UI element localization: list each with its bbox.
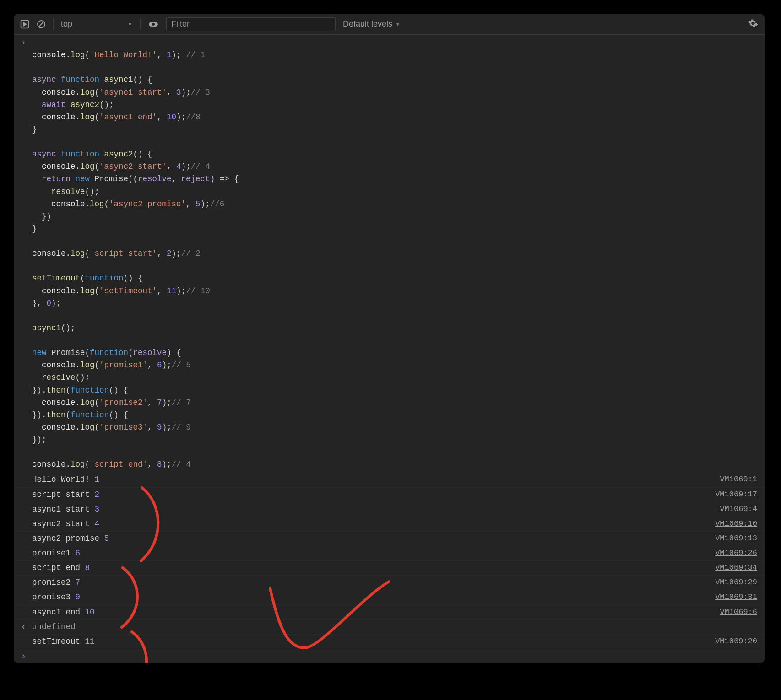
log-row: setTimeout 11 VM1069:20 bbox=[14, 634, 765, 649]
log-row: promise3 9VM1069:31 bbox=[14, 590, 765, 604]
context-label: top bbox=[61, 19, 72, 29]
console-toolbar: top ▼ Filter Default levels ▼ bbox=[14, 14, 765, 35]
log-text: setTimeout bbox=[32, 637, 85, 646]
expand-arrow-icon[interactable]: › bbox=[21, 37, 32, 49]
log-number: 3 bbox=[95, 505, 100, 514]
log-number: 5 bbox=[104, 534, 109, 543]
separator bbox=[53, 18, 54, 30]
prompt-icon: › bbox=[21, 650, 32, 662]
svg-line-3 bbox=[39, 22, 43, 27]
console-input-row: › console.log('Hello World!', 1); // 1 a… bbox=[14, 35, 765, 473]
source-link[interactable]: VM1069:20 bbox=[715, 635, 757, 647]
log-number: 10 bbox=[85, 608, 95, 617]
log-text: Hello World! bbox=[32, 475, 95, 484]
log-row: script start 2VM1069:17 bbox=[14, 487, 765, 502]
source-link[interactable]: VM1069:4 bbox=[720, 503, 757, 515]
levels-selector[interactable]: Default levels ▼ bbox=[343, 19, 401, 29]
log-row: async2 promise 5VM1069:13 bbox=[14, 531, 765, 546]
log-row: promise1 6VM1069:26 bbox=[14, 546, 765, 560]
separator bbox=[140, 18, 141, 30]
log-text: async2 start bbox=[32, 519, 95, 528]
return-arrow-icon: ‹ bbox=[21, 621, 32, 633]
log-text: script start bbox=[32, 490, 95, 499]
log-number: 8 bbox=[85, 563, 90, 572]
source-link[interactable]: VM1069:13 bbox=[715, 533, 757, 544]
filter-input[interactable]: Filter bbox=[166, 17, 336, 31]
log-text: async2 promise bbox=[32, 534, 104, 543]
log-text: promise2 bbox=[32, 578, 76, 587]
source-link[interactable]: VM1069:31 bbox=[715, 591, 757, 603]
log-number: 7 bbox=[76, 578, 81, 587]
source-link[interactable]: VM1069:10 bbox=[715, 518, 757, 530]
dropdown-icon: ▼ bbox=[127, 21, 133, 27]
log-number: 6 bbox=[76, 549, 81, 558]
context-selector[interactable]: top ▼ bbox=[61, 19, 133, 29]
svg-marker-1 bbox=[23, 22, 27, 27]
log-text: async1 end bbox=[32, 608, 85, 617]
code-input[interactable]: console.log('Hello World!', 1); // 1 asy… bbox=[32, 37, 757, 471]
source-link[interactable]: VM1069:17 bbox=[715, 489, 757, 501]
log-number: 4 bbox=[95, 519, 100, 528]
log-row: Hello World! 1VM1069:1 bbox=[14, 473, 765, 487]
log-number: 9 bbox=[76, 592, 81, 602]
gear-icon[interactable] bbox=[748, 18, 758, 28]
source-link[interactable]: VM1069:34 bbox=[715, 562, 757, 574]
log-number: 1 bbox=[95, 475, 100, 484]
filter-placeholder: Filter bbox=[171, 19, 190, 29]
log-row: async2 start 4VM1069:10 bbox=[14, 517, 765, 531]
log-text: promise1 bbox=[32, 549, 76, 558]
log-text: script end bbox=[32, 563, 85, 572]
log-row: promise2 7VM1069:29 bbox=[14, 575, 765, 590]
svg-point-5 bbox=[152, 23, 155, 26]
return-value: undefined bbox=[32, 622, 76, 631]
return-row: ‹ undefined bbox=[14, 619, 765, 634]
source-link[interactable]: VM1069:26 bbox=[715, 547, 757, 559]
source-link[interactable]: VM1069:6 bbox=[720, 606, 757, 618]
log-text: promise3 bbox=[32, 592, 76, 602]
source-link[interactable]: VM1069:29 bbox=[715, 576, 757, 588]
devtools-panel: top ▼ Filter Default levels ▼ › console.… bbox=[14, 14, 765, 663]
prompt-row[interactable]: › bbox=[14, 649, 765, 663]
levels-label: Default levels bbox=[343, 19, 392, 29]
log-row: script end 8VM1069:34 bbox=[14, 560, 765, 575]
log-number: 2 bbox=[95, 490, 100, 499]
console-content: › console.log('Hello World!', 1); // 1 a… bbox=[14, 35, 765, 663]
execute-icon[interactable] bbox=[20, 20, 29, 29]
source-link[interactable]: VM1069:1 bbox=[720, 474, 757, 485]
eye-icon[interactable] bbox=[148, 20, 159, 29]
log-text: async1 start bbox=[32, 505, 95, 514]
log-number: 11 bbox=[85, 637, 95, 646]
dropdown-icon: ▼ bbox=[395, 21, 401, 27]
log-row: async1 start 3VM1069:4 bbox=[14, 502, 765, 517]
log-row: async1 end 10VM1069:6 bbox=[14, 605, 765, 619]
clear-icon[interactable] bbox=[37, 20, 46, 29]
